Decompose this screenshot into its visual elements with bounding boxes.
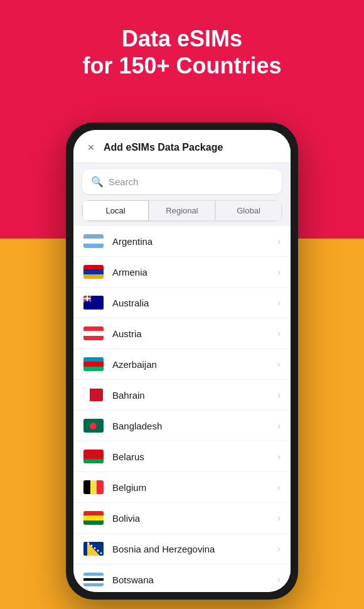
chevron-icon: › bbox=[277, 390, 281, 400]
svg-point-10 bbox=[88, 542, 90, 544]
modal-header: × Add eSIMs Data Package bbox=[73, 130, 291, 163]
close-button[interactable]: × bbox=[83, 140, 99, 155]
tab-global[interactable]: Global bbox=[215, 200, 282, 221]
svg-point-12 bbox=[94, 547, 96, 549]
list-item[interactable]: Australia › bbox=[73, 288, 291, 318]
tab-local[interactable]: Local bbox=[82, 200, 149, 221]
chevron-icon: › bbox=[277, 267, 281, 277]
flag-botswana bbox=[83, 573, 104, 586]
list-item[interactable]: Argentina › bbox=[73, 226, 291, 257]
country-list: Argentina › Armenia › bbox=[73, 226, 291, 592]
svg-point-13 bbox=[97, 550, 99, 552]
list-item[interactable]: Botswana › bbox=[73, 564, 291, 592]
list-item[interactable]: Belgium › bbox=[73, 472, 291, 503]
search-icon: 🔍 bbox=[91, 176, 104, 188]
list-item[interactable]: Bosnia and Herzegovina › bbox=[73, 534, 291, 564]
flag-belgium bbox=[83, 480, 104, 494]
search-placeholder: Search bbox=[109, 176, 139, 187]
modal-title: Add eSIMs Data Package bbox=[104, 142, 281, 153]
phone-frame: × Add eSIMs Data Package 🔍 Search Local … bbox=[66, 122, 298, 600]
flag-bangladesh bbox=[83, 419, 104, 433]
chevron-icon: › bbox=[277, 328, 281, 338]
list-item[interactable]: Bangladesh › bbox=[73, 411, 291, 441]
flag-austria bbox=[83, 326, 104, 340]
flag-argentina bbox=[83, 234, 104, 248]
headline: Data eSIMs for 150+ Countries bbox=[0, 25, 364, 79]
flag-azerbaijan bbox=[83, 357, 104, 371]
svg-point-11 bbox=[91, 545, 93, 547]
header-section: Data eSIMs for 150+ Countries bbox=[0, 25, 364, 79]
list-item[interactable]: Belarus › bbox=[73, 441, 291, 472]
chevron-icon: › bbox=[277, 574, 281, 585]
tabs-container: Local Regional Global bbox=[82, 200, 282, 221]
phone-screen: × Add eSIMs Data Package 🔍 Search Local … bbox=[73, 130, 291, 592]
list-item[interactable]: Azerbaijan › bbox=[73, 349, 291, 380]
chevron-icon: › bbox=[277, 421, 281, 431]
flag-bahrain bbox=[83, 388, 104, 402]
flag-bolivia bbox=[83, 511, 104, 525]
svg-point-14 bbox=[100, 552, 102, 554]
chevron-icon: › bbox=[277, 236, 281, 246]
flag-belarus bbox=[83, 450, 104, 463]
chevron-icon: › bbox=[277, 544, 281, 554]
list-item[interactable]: Armenia › bbox=[73, 257, 291, 288]
chevron-icon: › bbox=[277, 298, 281, 308]
list-item[interactable]: Bahrain › bbox=[73, 380, 291, 411]
list-item[interactable]: Bolivia › bbox=[73, 503, 291, 534]
chevron-icon: › bbox=[277, 482, 281, 492]
chevron-icon: › bbox=[277, 359, 281, 369]
flag-australia bbox=[83, 296, 104, 310]
chevron-icon: › bbox=[277, 513, 281, 523]
list-item[interactable]: Austria › bbox=[73, 318, 291, 349]
search-bar[interactable]: 🔍 Search bbox=[82, 170, 282, 194]
flag-bih bbox=[83, 542, 104, 556]
tab-regional[interactable]: Regional bbox=[149, 200, 215, 221]
flag-armenia bbox=[83, 265, 104, 279]
chevron-icon: › bbox=[277, 451, 281, 461]
